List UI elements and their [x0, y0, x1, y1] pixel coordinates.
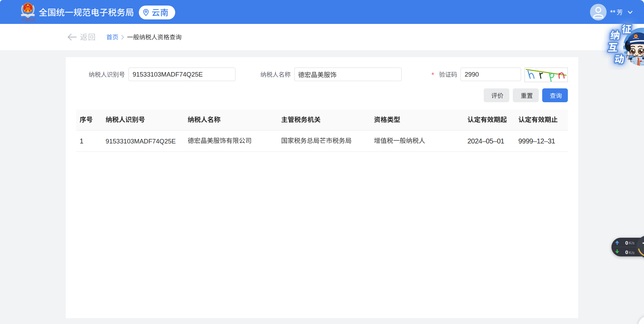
svg-text:K/s: K/s — [629, 251, 635, 255]
svg-text:K/s: K/s — [629, 241, 635, 245]
svg-text:0: 0 — [625, 240, 628, 246]
svg-text:0: 0 — [625, 249, 628, 255]
